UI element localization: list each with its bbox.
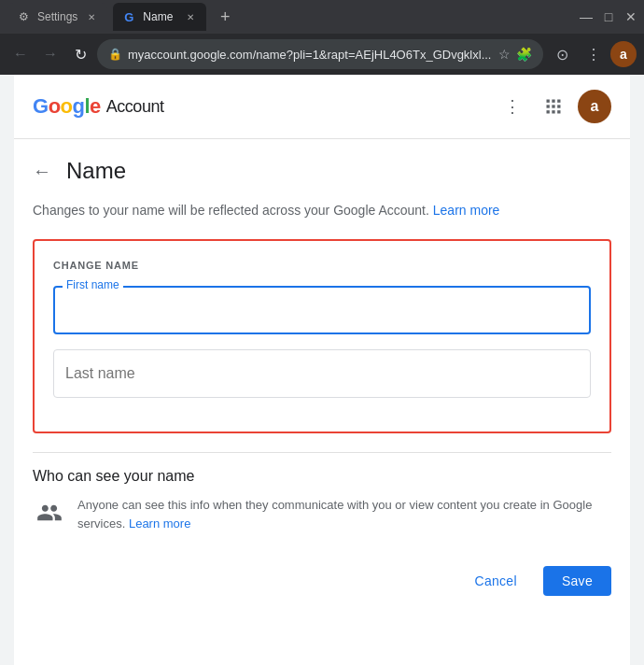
visibility-content: Anyone can see this info when they commu… (33, 496, 611, 532)
visibility-section: Who can see your name Anyone can see thi… (33, 452, 611, 547)
last-name-input[interactable] (53, 349, 591, 398)
window-controls: — □ ✕ (581, 11, 637, 22)
toolbar-actions: ⊙ ⋮ a (547, 39, 637, 69)
name-tab-close[interactable]: ✕ (184, 10, 197, 23)
visibility-text-content: Anyone can see this info when they commu… (77, 496, 611, 532)
account-icon[interactable]: ⊙ (547, 39, 577, 69)
address-bar: ← → ↻ 🔒 myaccount.google.com/name?pli=1&… (0, 34, 644, 75)
minimize-button[interactable]: — (581, 11, 592, 22)
settings-tab-icon: ⚙ (17, 10, 30, 23)
lock-icon: 🔒 (108, 48, 122, 61)
header-actions: ⋮ a (496, 90, 611, 123)
url-text: myaccount.google.com/name?pli=1&rapt=AEj… (128, 48, 493, 62)
description-text: Changes to your name will be reflected a… (14, 193, 630, 239)
settings-tab-label: Settings (37, 10, 77, 23)
change-name-form: CHANGE NAME First name (33, 239, 611, 433)
last-name-group (53, 349, 591, 398)
svg-rect-1 (552, 100, 554, 103)
cancel-button[interactable]: Cancel (455, 566, 535, 596)
last-name-input-wrapper (53, 349, 591, 398)
footer-actions: Cancel Save (14, 547, 630, 615)
page-content: G o o g l e Account ⋮ (0, 75, 644, 665)
first-name-input[interactable] (53, 286, 591, 334)
extensions-icon[interactable]: 🧩 (516, 47, 532, 62)
google-letter-g2: g (73, 94, 85, 119)
svg-rect-3 (547, 105, 550, 107)
save-button[interactable]: Save (543, 566, 611, 596)
header-avatar[interactable]: a (578, 90, 611, 123)
maximize-button[interactable]: □ (603, 11, 614, 22)
google-letter-o1: o (49, 94, 61, 119)
name-tab-icon: G (122, 10, 135, 23)
google-letter-o2: o (61, 94, 73, 119)
tab-name[interactable]: G Name ✕ (113, 3, 206, 31)
tab-settings[interactable]: ⚙ Settings ✕ (7, 3, 107, 31)
visibility-icon (33, 496, 66, 530)
visibility-title: Who can see your name (33, 468, 611, 485)
google-letter-e: e (90, 94, 101, 119)
svg-rect-7 (552, 110, 554, 113)
settings-tab-close[interactable]: ✕ (85, 10, 98, 23)
svg-rect-4 (552, 105, 554, 107)
google-logo: G o o g l e Account (33, 94, 163, 119)
svg-rect-8 (557, 110, 560, 113)
more-menu-button[interactable]: ⋮ (579, 39, 609, 69)
header-menu-dots[interactable]: ⋮ (496, 90, 529, 123)
description-content: Changes to your name will be reflected a… (33, 203, 429, 218)
page-title-section: ← Name (14, 139, 630, 193)
reload-button[interactable]: ↻ (67, 41, 93, 67)
forward-button[interactable]: → (37, 41, 63, 67)
browser-window: ⚙ Settings ✕ G Name ✕ + — □ ✕ ← → ↻ 🔒 my… (0, 0, 644, 665)
first-name-input-wrapper: First name (53, 286, 591, 334)
svg-rect-6 (547, 110, 550, 113)
section-label: CHANGE NAME (53, 260, 591, 271)
first-name-group: First name (53, 286, 591, 334)
title-bar: ⚙ Settings ✕ G Name ✕ + — □ ✕ (0, 0, 644, 34)
svg-rect-5 (557, 105, 560, 107)
back-button[interactable]: ← (7, 41, 34, 67)
svg-rect-2 (557, 100, 560, 103)
close-button[interactable]: ✕ (625, 11, 637, 22)
learn-more-link-bottom[interactable]: Learn more (129, 516, 190, 531)
browser-profile-avatar[interactable]: a (610, 41, 637, 67)
header-grid-icon[interactable] (537, 90, 570, 123)
google-letter-g: G (33, 94, 49, 119)
name-tab-label: Name (143, 10, 173, 23)
page-inner: G o o g l e Account ⋮ (14, 75, 630, 665)
learn-more-link-top[interactable]: Learn more (433, 203, 500, 218)
new-tab-button[interactable]: + (212, 4, 238, 30)
account-label: Account (106, 97, 164, 117)
bookmark-icon[interactable]: ☆ (498, 47, 511, 62)
svg-rect-0 (547, 100, 550, 103)
google-account-header: G o o g l e Account ⋮ (14, 75, 630, 139)
page-title: Name (66, 158, 126, 184)
back-arrow-button[interactable]: ← (33, 161, 51, 182)
url-bar[interactable]: 🔒 myaccount.google.com/name?pli=1&rapt=A… (97, 39, 543, 69)
